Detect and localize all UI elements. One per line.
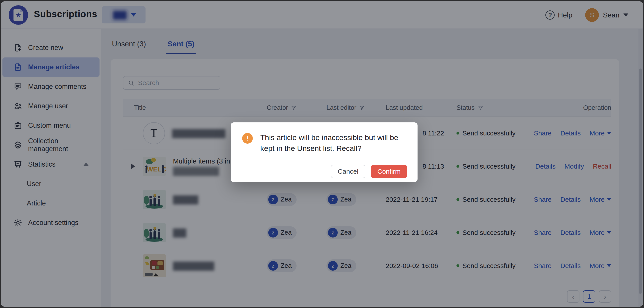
confirm-button[interactable]: Confirm [371,165,407,178]
app-window: ★ Subscriptions ███ ? Help S Sean Create [1,1,643,307]
recall-confirm-dialog: ! This article will be inaccessible but … [231,122,418,182]
warning-icon: ! [242,133,253,144]
dialog-message: This article will be inaccessible but wi… [260,132,406,154]
cancel-button[interactable]: Cancel [331,165,365,178]
